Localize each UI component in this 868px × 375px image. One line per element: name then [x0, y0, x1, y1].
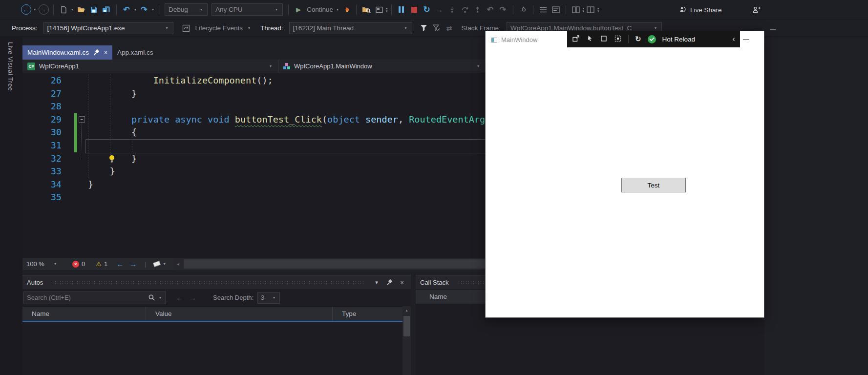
break-all-button[interactable] [396, 3, 407, 16]
close-panel-icon[interactable]: × [398, 279, 406, 286]
search-forward-button[interactable]: → [189, 293, 196, 302]
column-header-type[interactable]: Type [333, 307, 402, 321]
process-dropdown[interactable]: [14156] WpfCoreApp1.exe▾ [43, 22, 173, 34]
open-folder-button[interactable] [75, 3, 87, 16]
new-file-caret[interactable]: ▾ [70, 7, 75, 12]
line-number[interactable]: 29 [22, 113, 64, 126]
apply-code-changes-button[interactable] [517, 3, 529, 16]
redo-button[interactable]: ↷ [138, 3, 150, 16]
navigate-back-error-button[interactable]: ← [116, 260, 124, 268]
redo-caret[interactable]: ▾ [150, 7, 155, 12]
error-count[interactable]: × 0 [72, 260, 85, 268]
line-number[interactable]: 34 [22, 178, 64, 191]
app-window-titlebar[interactable]: MainWindow [491, 36, 537, 43]
line-number[interactable]: 26 [22, 74, 64, 87]
line-number[interactable]: 31 [22, 139, 64, 152]
scroll-left-icon[interactable]: ◂ [174, 258, 183, 270]
test-button[interactable]: Test [621, 178, 686, 192]
minimize-toolbar-icon[interactable] [743, 39, 749, 40]
feedback-button[interactable] [752, 0, 761, 20]
navigate-forward-error-button[interactable]: → [129, 260, 137, 268]
undo-disabled-button[interactable]: ↶ [485, 3, 496, 16]
line-number[interactable]: 30 [22, 126, 64, 139]
wpf-app-window[interactable]: MainWindow ↻ Hot Reload ‹ Test [485, 31, 764, 318]
show-next-statement-button[interactable]: → [434, 3, 445, 16]
line-number[interactable]: 33 [22, 165, 64, 178]
thread-dropdown[interactable]: [16232] Main Thread▾ [289, 22, 412, 34]
lifecycle-events-label[interactable]: Lifecycle Events [195, 24, 243, 32]
tab-app-xaml-cs[interactable]: App.xaml.cs [112, 45, 158, 60]
find-in-files-button[interactable] [360, 3, 372, 16]
output-window-button[interactable] [550, 3, 562, 16]
columns-left-carets[interactable]: ▴▾ [583, 7, 585, 13]
toggle-current-thread-button[interactable]: ⇄ [444, 22, 455, 35]
line-number[interactable]: 28 [22, 100, 64, 113]
collapse-toolbar-chevron[interactable]: ‹ [732, 34, 735, 44]
project-dropdown[interactable]: C# WpfCoreApp1 ▾ [22, 60, 278, 73]
line-number[interactable]: 32 [22, 152, 64, 166]
display-layout-adorners-button[interactable] [600, 35, 608, 44]
restart-button[interactable]: ↻ [421, 3, 433, 16]
column-header-value[interactable]: Value [146, 307, 333, 321]
line-number[interactable]: 27 [22, 87, 64, 101]
collapse-region-icon[interactable]: − [79, 116, 85, 123]
track-focused-element-button[interactable] [614, 35, 622, 44]
hot-reload-label[interactable]: Hot Reload [662, 36, 696, 43]
go-to-live-visual-tree-button[interactable] [572, 35, 580, 44]
undo-button[interactable]: ↶ [121, 3, 132, 16]
type-dropdown[interactable]: WpfCoreApp1.MainWindow ▾ [278, 60, 486, 73]
search-depth-dropdown[interactable]: 3 ▾ [257, 292, 280, 304]
step-into-button[interactable] [446, 3, 458, 16]
pin-tab-icon[interactable] [93, 49, 100, 56]
window-frame-carets[interactable]: ▴▾ [386, 7, 388, 13]
redo-disabled-button[interactable]: ↷ [497, 3, 509, 16]
navigate-forward-button[interactable]: → [38, 3, 49, 16]
undo-caret[interactable]: ▾ [133, 7, 138, 12]
continue-label[interactable]: Continue [307, 6, 333, 13]
search-back-button[interactable]: ← [176, 293, 183, 302]
lifecycle-events-caret[interactable]: ▾ [247, 26, 252, 30]
xaml-hot-reload-button[interactable]: ↻ [635, 35, 641, 43]
columns-left-button[interactable] [570, 3, 582, 16]
zoom-dropdown[interactable]: 100 % ▾ [22, 260, 62, 268]
solution-platform-dropdown[interactable]: Any CPU▾ [212, 3, 283, 16]
new-file-button[interactable] [58, 3, 69, 16]
search-options-caret[interactable]: ▾ [158, 295, 163, 300]
save-all-button[interactable] [101, 3, 112, 16]
columns-right-carets[interactable]: ▴▾ [597, 7, 599, 13]
autos-search-input[interactable] [27, 294, 146, 301]
hot-reload-button[interactable] [340, 3, 352, 16]
navigate-back-button[interactable]: ← [20, 3, 32, 16]
pin-panel-icon[interactable] [385, 279, 394, 286]
clear-messages-button[interactable]: ▾ [153, 262, 167, 266]
continue-caret[interactable]: ▾ [335, 7, 340, 12]
lifecycle-events-button[interactable] [180, 22, 192, 35]
continue-button[interactable]: ▶ [293, 3, 304, 16]
live-visual-tree-tab[interactable]: Live Visual Tree [7, 42, 14, 91]
autos-vertical-scrollbar[interactable]: ▴ [402, 306, 411, 375]
live-visual-tree-window-button[interactable] [373, 3, 385, 16]
filter-flagged-button[interactable] [431, 22, 443, 35]
step-out-button[interactable] [472, 3, 484, 16]
live-share-button[interactable]: Live Share [679, 0, 722, 20]
select-element-button[interactable] [586, 35, 593, 44]
solution-configuration-dropdown[interactable]: Debug▾ [165, 3, 208, 16]
navigate-back-caret[interactable]: ▾ [32, 7, 37, 12]
window-position-icon[interactable]: ▾ [372, 279, 381, 286]
scroll-up-icon[interactable]: ▴ [402, 306, 411, 314]
line-number[interactable]: 35 [22, 191, 64, 204]
close-tab-icon[interactable]: × [104, 49, 107, 56]
stop-debugging-button[interactable] [408, 3, 420, 16]
columns-right-button[interactable] [585, 3, 596, 16]
scrollbar-thumb[interactable] [403, 316, 410, 336]
tab-mainwindow-xaml-cs[interactable]: MainWindow.xaml.cs × [22, 45, 112, 60]
column-header-name[interactable]: Name [22, 307, 146, 321]
save-button[interactable] [88, 3, 100, 16]
filter-threads-button[interactable] [418, 22, 430, 35]
column-header-name[interactable]: Name [416, 290, 447, 304]
autos-panel-header[interactable]: Autos ▾ × [22, 275, 411, 289]
tab-label: App.xaml.cs [117, 49, 153, 56]
step-over-button[interactable] [459, 3, 471, 16]
breakpoints-window-button[interactable] [537, 3, 549, 16]
warning-count[interactable]: ⚠ 1 [96, 260, 107, 268]
